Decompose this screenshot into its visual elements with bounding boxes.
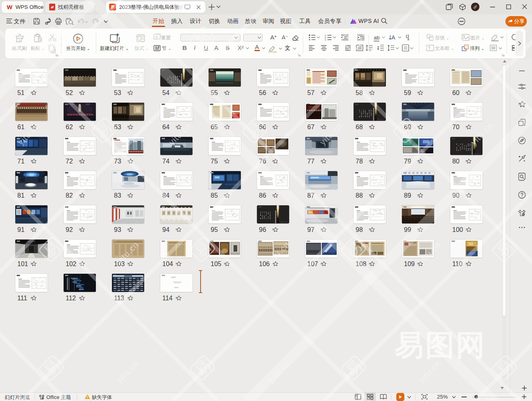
- svg-text:3: 3: [325, 39, 326, 41]
- svg-text:A: A: [391, 34, 395, 41]
